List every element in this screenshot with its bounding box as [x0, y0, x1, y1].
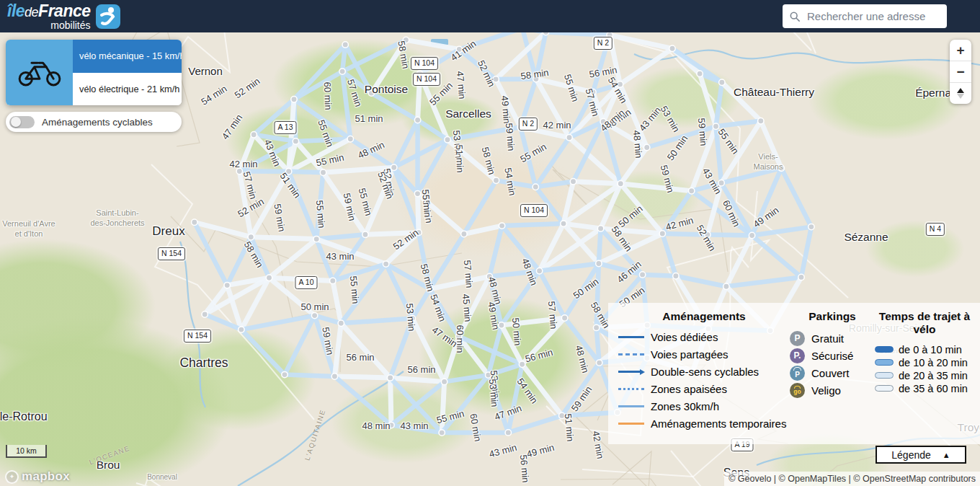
legend-line-sample: [618, 353, 644, 355]
mapbox-wordmark: mapbox: [22, 469, 70, 484]
arrow-head-icon: [640, 369, 645, 375]
legend-amenagements-column: Aménagements Voies dédiéesVoies partagée…: [618, 310, 790, 444]
legend-amenagement-label: Voies partagées: [651, 348, 729, 361]
legend-travel-time-column: Temps de trajet à vélo de 0 à 10 minde 1…: [875, 310, 974, 444]
search-input[interactable]: [806, 9, 940, 23]
legend-amenagement-item: Aménagements temporaires: [618, 417, 790, 430]
compass-button[interactable]: [950, 83, 971, 104]
legend-parking-label: Gratuit: [811, 332, 844, 345]
mapbox-logo[interactable]: ✦ mapbox: [5, 469, 70, 484]
legend-travel-time-label: de 20 à 35 min: [899, 370, 968, 381]
idf-mobilites-wordmark: îledeFrance mobilités: [7, 3, 91, 30]
amenagements-toggle-card: Aménagements cyclables: [6, 112, 182, 132]
logo-de: de: [24, 5, 38, 19]
parking-couvert-icon: P: [790, 366, 805, 381]
map-legend-panel: Aménagements Voies dédiéesVoies partagée…: [608, 303, 980, 444]
legend-amenagement-label: Double-sens cyclables: [651, 366, 759, 378]
legend-line-sample: [618, 371, 640, 373]
legend-amenagement-label: Voies dédiées: [651, 331, 718, 343]
legend-parking-label: Veligo: [811, 384, 841, 397]
amenagements-toggle[interactable]: [9, 116, 35, 128]
compass-up-icon: [957, 88, 964, 93]
legend-parkings-title: Parkings: [790, 310, 875, 323]
legend-travel-time-label: de 0 à 10 min: [899, 344, 962, 355]
legend-travel-time-label: de 35 à 60 min: [899, 383, 968, 394]
legend-travel-time-label: de 10 à 20 min: [899, 357, 968, 368]
zoom-in-button[interactable]: +: [950, 40, 971, 61]
map-zoom-controls: + −: [950, 40, 971, 104]
legend-parking-item: goVeligo: [790, 383, 875, 398]
legend-travel-time-items: de 0 à 10 minde 10 à 20 minde 20 à 35 mi…: [875, 344, 974, 394]
legend-travel-time-item: de 35 à 60 min: [875, 383, 974, 394]
parking-gratuit-icon: P: [790, 331, 805, 346]
address-search-box: [783, 4, 947, 28]
zoom-out-button[interactable]: −: [950, 61, 971, 83]
bike-icon-box: [6, 40, 73, 105]
legend-travel-time-item: de 20 à 35 min: [875, 370, 974, 381]
legend-parking-label: Sécurisé: [811, 350, 853, 362]
legend-amenagement-item: Voies dédiées: [618, 331, 790, 343]
collapse-arrow-icon: ▲: [943, 451, 950, 459]
bicycle-icon: [17, 58, 63, 88]
legend-amenagements-title: Aménagements: [618, 310, 790, 323]
legend-line-sample: [618, 336, 644, 338]
scale-bar: 10 km: [6, 445, 47, 458]
legend-amenagements-items: Voies dédiéesVoies partagéesDouble-sens …: [618, 331, 790, 430]
legend-parking-item: PCouvert: [790, 366, 875, 381]
bike-mode-options: vélo mécanique - 15 km/h vélo électrique…: [73, 40, 182, 105]
legend-travel-time-item: de 10 à 20 min: [875, 357, 974, 368]
legend-parking-item: PGratuit: [790, 331, 875, 346]
parking-sécurisé-icon: P.: [790, 348, 805, 363]
parking-veligo-icon: go: [790, 383, 805, 398]
legende-button-label: Légende: [891, 449, 931, 461]
travel-time-pill-icon: [875, 346, 894, 353]
toggle-knob: [11, 117, 21, 127]
mapbox-icon: ✦: [5, 470, 19, 484]
travel-time-pill-icon: [875, 385, 894, 392]
legend-amenagement-label: Zones apaisées: [651, 383, 727, 395]
legend-amenagement-item: Double-sens cyclables: [618, 366, 790, 378]
search-icon: [790, 11, 800, 22]
legend-line-sample: [618, 423, 644, 425]
map-canvas[interactable]: 54 min52 min47 min42 min43 min51 min57 m…: [0, 32, 980, 486]
legend-line-sample: [618, 405, 644, 407]
amenagements-toggle-label: Aménagements cyclables: [42, 117, 153, 128]
legend-parkings-column: Parkings PGratuitP.SécuriséPCouvertgoVel…: [790, 310, 875, 444]
legend-amenagement-item: Zones apaisées: [618, 383, 790, 395]
legend-amenagement-label: Zones 30km/h: [651, 400, 719, 412]
legend-amenagement-item: Zones 30km/h: [618, 400, 790, 412]
map-attribution[interactable]: © Geovelo | © OpenMapTiles | © OpenStree…: [724, 472, 980, 486]
travel-time-pill-icon: [875, 372, 894, 379]
idf-mobilites-icon: [96, 4, 120, 29]
travel-time-pill-icon: [875, 359, 894, 366]
logo-ile: île: [7, 1, 24, 20]
mode-option-velo-mecanique[interactable]: vélo mécanique - 15 km/h: [73, 40, 182, 73]
bike-mode-panel: vélo mécanique - 15 km/h vélo électrique…: [6, 40, 182, 105]
legend-amenagement-item: Voies partagées: [618, 348, 790, 361]
top-header-bar: îledeFrance mobilités: [0, 0, 980, 32]
legend-parkings-items: PGratuitP.SécuriséPCouvertgoVeligo: [790, 331, 875, 398]
legende-toggle-button[interactable]: Légende ▲: [876, 446, 966, 464]
idf-mobilites-logo[interactable]: îledeFrance mobilités: [7, 3, 120, 30]
legend-parking-label: Couvert: [811, 367, 850, 379]
legend-travel-time-title: Temps de trajet à vélo: [875, 310, 974, 336]
legend-parking-item: P.Sécurisé: [790, 348, 875, 363]
legend-line-sample: [618, 388, 644, 390]
legend-travel-time-item: de 0 à 10 min: [875, 344, 974, 355]
mode-option-velo-electrique[interactable]: vélo électrique - 21 km/h: [73, 73, 182, 106]
logo-france: France: [38, 1, 90, 20]
legend-amenagement-label: Aménagements temporaires: [651, 417, 786, 430]
logo-mobilites: mobilités: [50, 20, 90, 30]
compass-down-icon: [957, 94, 964, 99]
